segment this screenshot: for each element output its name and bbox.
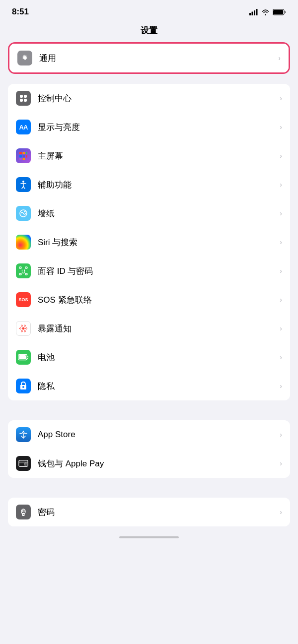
svg-point-36 bbox=[21, 330, 23, 332]
svg-rect-0 bbox=[249, 13, 251, 15]
settings-item-exposure[interactable]: 暴露通知 › bbox=[8, 314, 290, 343]
wallpaper-chevron: › bbox=[280, 209, 282, 217]
accessibility-icon bbox=[16, 177, 31, 192]
svg-point-19 bbox=[22, 181, 24, 183]
privacy-chevron: › bbox=[280, 382, 282, 390]
svg-point-49 bbox=[23, 514, 24, 515]
control-center-chevron: › bbox=[280, 94, 282, 102]
accessibility-label: 辅助功能 bbox=[38, 179, 280, 191]
general-icon bbox=[17, 51, 32, 65]
exposure-chevron: › bbox=[280, 324, 282, 332]
sos-icon: SOS bbox=[16, 292, 31, 307]
svg-rect-8 bbox=[24, 95, 27, 98]
home-indicator-area bbox=[0, 526, 298, 543]
privacy-label: 隐私 bbox=[38, 381, 280, 392]
svg-rect-13 bbox=[26, 152, 27, 154]
sos-label: SOS 紧急联络 bbox=[38, 294, 280, 306]
svg-rect-17 bbox=[19, 158, 22, 160]
home-screen-icon bbox=[16, 148, 31, 163]
general-label: 通用 bbox=[39, 53, 278, 64]
wallet-label: 钱包与 Apple Pay bbox=[38, 458, 280, 469]
passwords-chevron: › bbox=[280, 508, 282, 516]
svg-rect-11 bbox=[19, 152, 22, 154]
settings-item-battery[interactable]: 电池 › bbox=[8, 343, 290, 372]
settings-group-3: 密码 › bbox=[8, 498, 290, 526]
settings-item-wallpaper[interactable]: 墙纸 › bbox=[8, 199, 290, 228]
svg-rect-39 bbox=[19, 355, 26, 359]
svg-rect-5 bbox=[273, 10, 283, 14]
passwords-icon bbox=[16, 505, 31, 519]
svg-rect-26 bbox=[25, 267, 27, 268]
settings-item-siri[interactable]: Siri 与搜索 › bbox=[8, 228, 290, 257]
battery-status-icon bbox=[273, 9, 286, 15]
svg-rect-9 bbox=[20, 99, 23, 102]
app-store-chevron: › bbox=[280, 431, 282, 439]
app-store-label: App Store bbox=[38, 430, 280, 440]
svg-rect-27 bbox=[19, 273, 21, 275]
face-id-label: 面容 ID 与密码 bbox=[38, 265, 280, 277]
settings-item-general[interactable]: 通用 › bbox=[9, 44, 289, 72]
svg-point-35 bbox=[24, 325, 26, 326]
svg-rect-3 bbox=[256, 9, 258, 15]
battery-chevron: › bbox=[280, 353, 282, 361]
settings-item-accessibility[interactable]: 辅助功能 › bbox=[8, 170, 290, 199]
wallet-icon bbox=[16, 456, 31, 471]
svg-rect-18 bbox=[23, 158, 25, 160]
settings-item-control-center[interactable]: 控制中心 › bbox=[8, 84, 290, 113]
control-center-label: 控制中心 bbox=[38, 93, 280, 104]
settings-item-face-id[interactable]: 面容 ID 与密码 › bbox=[8, 257, 290, 285]
highlighted-section: 通用 › bbox=[8, 42, 290, 74]
wallpaper-icon bbox=[16, 206, 31, 221]
settings-group-1: 控制中心 › AA 显示与亮度 › 主屏幕 › bbox=[8, 84, 290, 400]
status-time: 8:51 bbox=[12, 7, 29, 17]
page-title: 设置 bbox=[0, 21, 298, 42]
battery-icon bbox=[16, 350, 31, 365]
svg-point-40 bbox=[22, 386, 24, 388]
svg-rect-16 bbox=[26, 155, 27, 158]
svg-point-37 bbox=[24, 330, 26, 332]
app-store-icon bbox=[16, 427, 31, 442]
home-indicator bbox=[119, 536, 179, 538]
display-icon: AA bbox=[16, 120, 31, 134]
svg-point-24 bbox=[24, 211, 26, 212]
svg-line-22 bbox=[23, 187, 25, 189]
svg-rect-28 bbox=[25, 273, 27, 275]
svg-rect-10 bbox=[24, 99, 27, 102]
svg-point-31 bbox=[22, 327, 25, 330]
home-screen-label: 主屏幕 bbox=[38, 150, 280, 162]
display-label: 显示与亮度 bbox=[38, 122, 280, 133]
accessibility-chevron: › bbox=[280, 181, 282, 189]
svg-rect-1 bbox=[252, 11, 253, 15]
siri-chevron: › bbox=[280, 238, 282, 246]
status-icons bbox=[249, 9, 286, 15]
settings-item-sos[interactable]: SOS SOS 紧急联络 › bbox=[8, 285, 290, 314]
exposure-label: 暴露通知 bbox=[38, 323, 280, 334]
settings-item-app-store[interactable]: App Store › bbox=[8, 420, 290, 449]
passwords-label: 密码 bbox=[38, 507, 280, 518]
face-id-chevron: › bbox=[280, 267, 282, 275]
settings-item-home-screen[interactable]: 主屏幕 › bbox=[8, 141, 290, 170]
siri-icon bbox=[16, 235, 31, 250]
home-screen-chevron: › bbox=[280, 152, 282, 160]
general-chevron: › bbox=[278, 54, 281, 62]
settings-item-display[interactable]: AA 显示与亮度 › bbox=[8, 113, 290, 141]
settings-item-privacy[interactable]: 隐私 › bbox=[8, 372, 290, 400]
exposure-icon bbox=[16, 321, 31, 336]
wallet-chevron: › bbox=[280, 459, 282, 467]
svg-rect-25 bbox=[19, 267, 21, 268]
wifi-icon bbox=[261, 9, 270, 15]
control-center-icon bbox=[16, 91, 31, 106]
svg-rect-42 bbox=[19, 460, 28, 467]
settings-group-2: App Store › 钱包与 Apple Pay › bbox=[8, 420, 290, 478]
siri-label: Siri 与搜索 bbox=[38, 237, 280, 248]
sos-chevron: › bbox=[280, 296, 282, 304]
svg-rect-7 bbox=[20, 95, 23, 98]
svg-point-33 bbox=[26, 328, 27, 329]
settings-item-passwords[interactable]: 密码 › bbox=[8, 498, 290, 526]
settings-item-wallet[interactable]: 钱包与 Apple Pay › bbox=[8, 449, 290, 478]
svg-rect-15 bbox=[23, 155, 25, 158]
svg-point-32 bbox=[20, 328, 21, 329]
face-id-icon bbox=[16, 263, 31, 278]
svg-point-34 bbox=[21, 325, 23, 326]
wallpaper-label: 墙纸 bbox=[38, 208, 280, 219]
